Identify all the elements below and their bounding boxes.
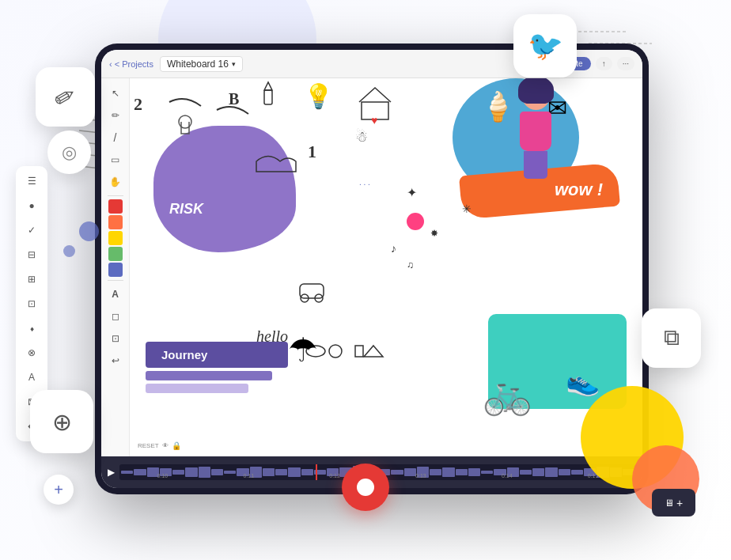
svg-text:✳: ✳	[462, 202, 472, 215]
journey-bar-2	[146, 384, 248, 393]
widget-record-button[interactable]	[342, 464, 389, 511]
canvas-area[interactable]: wow ! RISK hello 2 1 B 💡 🍦 ✉	[130, 78, 642, 456]
widget-zoom[interactable]: ⊕	[30, 390, 93, 453]
dropdown-arrow-icon: ▾	[232, 60, 236, 68]
svg-text:♫: ♫	[407, 259, 414, 271]
color-orange[interactable]	[108, 215, 123, 229]
bird-icon: 🐦	[528, 29, 563, 62]
tool-cursor[interactable]: ↖	[105, 83, 126, 104]
widget-tool-3[interactable]: ⊟	[21, 244, 42, 265]
deco-blue-dot-2	[63, 245, 75, 257]
tool-eraser[interactable]: ◻	[105, 306, 126, 327]
copy-icon: ⧉	[664, 325, 680, 351]
projects-label: < Projects	[115, 59, 153, 69]
widget-tool-6[interactable]: ⬧	[21, 318, 42, 339]
tool-undo[interactable]: ↩	[105, 350, 126, 371]
left-toolbar: ↖ ✏ / ▭ ✋ A ◻ ⊡ ↩	[101, 78, 130, 456]
svg-text:✦: ✦	[407, 186, 417, 199]
widget-tool-4[interactable]: ⊞	[21, 269, 42, 289]
svg-rect-11	[264, 90, 272, 104]
target-icon: ◎	[62, 142, 77, 163]
timestamp-1: 0:11	[243, 473, 254, 479]
timestamp-3: 0:13	[415, 473, 426, 479]
play-icon[interactable]: ▶	[108, 467, 115, 478]
eye-icon: 👁	[162, 442, 169, 449]
tool-text[interactable]: A	[105, 284, 126, 305]
device-tablet: ‹ < Projects Whiteboard 16 ▾ 👤 Invite ↑	[95, 44, 649, 494]
tool-hand[interactable]: ✋	[105, 172, 126, 192]
svg-text:♪: ♪	[391, 242, 396, 255]
widget-tool-1[interactable]: ☰	[21, 171, 42, 191]
color-yellow[interactable]	[108, 231, 123, 245]
journey-bar-1	[146, 371, 272, 380]
widget-tool-8[interactable]: A	[21, 367, 42, 388]
journey-card: Journey	[146, 342, 288, 393]
chevron-left-icon: ‹	[109, 59, 112, 69]
svg-rect-21	[300, 284, 324, 298]
record-inner-circle	[357, 479, 374, 496]
widget-plus-button[interactable]: +	[44, 475, 74, 505]
widget-add-right[interactable]: 🖥 +	[652, 489, 695, 516]
add-icon: +	[676, 497, 683, 509]
lock-icon: 🔒	[172, 441, 181, 450]
tool-crop[interactable]: ⊡	[105, 328, 126, 349]
shoe-doodle: 👟	[544, 358, 623, 405]
back-button[interactable]: ‹ < Projects	[109, 59, 153, 69]
pink-dot	[407, 213, 424, 230]
tool-shapes[interactable]: ▭	[105, 149, 126, 170]
monitor-icon: 🖥	[665, 498, 674, 509]
svg-text:✸: ✸	[430, 228, 438, 239]
pencil-icon: ✏	[48, 78, 81, 115]
risk-text: RISK	[169, 201, 203, 218]
widget-copy[interactable]: ⧉	[642, 308, 701, 368]
svg-text:. . .: . . .	[359, 178, 370, 187]
umbrella-doodle: ☂	[288, 331, 318, 369]
whiteboard-title[interactable]: Whiteboard 16 ▾	[160, 56, 243, 72]
svg-text:♥: ♥	[371, 114, 377, 127]
reset-controls: RESET 👁 🔒	[138, 441, 181, 450]
tool-line[interactable]: /	[105, 127, 126, 148]
tool-pencil[interactable]: ✏	[105, 105, 126, 126]
svg-text:☃: ☃	[355, 128, 368, 145]
girl-character	[504, 82, 567, 185]
timestamp-2: 0:12	[329, 473, 340, 479]
timeline-controls: ▶	[108, 467, 115, 478]
timestamp-0: 0:10	[157, 473, 169, 479]
svg-marker-17	[355, 346, 363, 357]
girl-torso	[520, 112, 551, 151]
bicycle-doodle: 🚲	[483, 371, 532, 417]
deco-blue-dot-1	[79, 221, 99, 241]
timestamp-4: 0:14	[502, 473, 513, 479]
girl-hair	[518, 78, 554, 104]
reset-label[interactable]: RESET	[138, 442, 159, 449]
color-red[interactable]	[108, 199, 123, 214]
color-purple[interactable]	[108, 263, 123, 277]
widget-tool-7[interactable]: ⊗	[21, 342, 42, 363]
zoom-in-icon: ⊕	[52, 408, 72, 436]
widget-pencil[interactable]: ✏	[36, 67, 95, 127]
widget-bird: 🐦	[513, 14, 577, 78]
widget-tool-5[interactable]: ⊡	[21, 293, 42, 314]
girl-legs	[524, 151, 547, 179]
svg-marker-18	[364, 346, 383, 357]
plus-icon: +	[54, 481, 63, 499]
girl-head	[522, 82, 550, 110]
widget-tool-checkmark[interactable]: ✓	[21, 220, 42, 240]
share-button[interactable]: ↑	[596, 57, 612, 70]
hello-text: hello	[256, 327, 288, 346]
svg-point-16	[329, 345, 342, 358]
main-area: ↖ ✏ / ▭ ✋ A ◻ ⊡ ↩	[101, 78, 642, 456]
widget-circle-target[interactable]: ◎	[47, 131, 91, 174]
widget-tool-2[interactable]: ●	[21, 195, 42, 216]
more-button[interactable]: ···	[617, 57, 634, 70]
color-green[interactable]	[108, 247, 123, 261]
device-screen: ‹ < Projects Whiteboard 16 ▾ 👤 Invite ↑	[101, 50, 642, 488]
